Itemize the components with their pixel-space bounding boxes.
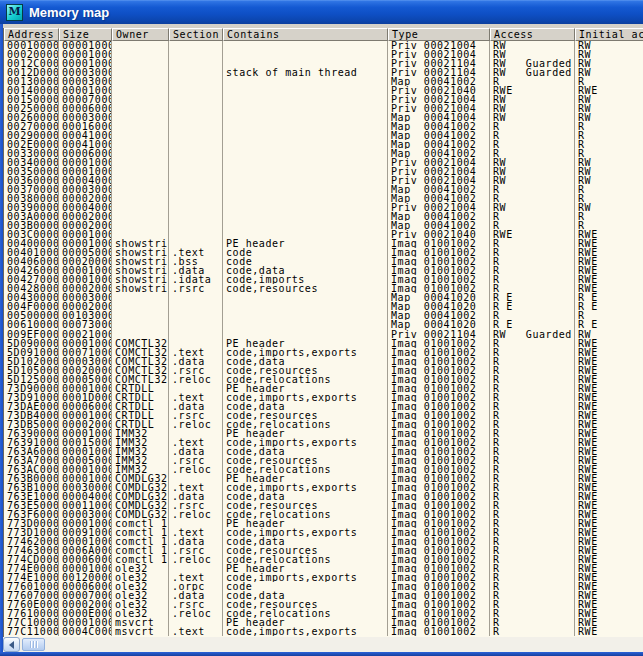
table-row[interactable]: 763E5000 00011000 COMDLG32 .rsrc code,re… xyxy=(4,501,643,510)
cell-access: R xyxy=(490,239,575,248)
table-row[interactable]: 004F0000 00002000 Map 00041020 R E R E xyxy=(4,302,643,311)
table-row[interactable]: 76390000 00001000 IMM32 PE header Imag 0… xyxy=(4,429,643,438)
table-row[interactable]: 00610000 00073000 Map 00041020 R E R E xyxy=(4,320,643,329)
cell-section xyxy=(169,339,223,348)
table-row[interactable]: 5D091000 00071000 COMCTL32 .text code,im… xyxy=(4,348,643,357)
table-row[interactable]: 763F6000 00003000 COMDLG32 .reloc code,r… xyxy=(4,510,643,519)
column-header-address[interactable]: Address xyxy=(4,28,59,41)
table-row[interactable]: 00020000 00001000 Priv 00021004 RW RW xyxy=(4,50,643,59)
cell-size: 00001000 xyxy=(59,537,112,546)
table-row[interactable]: 00380000 00002000 Map 00041002 R R xyxy=(4,194,643,203)
table-row[interactable]: 5D125000 00005000 COMCTL32 .reloc code,r… xyxy=(4,375,643,384)
cell-size: 00120000 xyxy=(59,573,112,582)
table-row[interactable]: 00426000 00001000 showstri .data code,da… xyxy=(4,266,643,275)
table-row[interactable]: 5D105000 00020000 COMCTL32 .rsrc code,re… xyxy=(4,366,643,375)
titlebar[interactable]: M Memory map xyxy=(0,0,643,24)
table-row[interactable]: 00010000 00001000 Priv 00021004 RW RW xyxy=(4,41,643,50)
table-row[interactable]: 77462000 00001000 comctl_1 .data code,da… xyxy=(4,537,643,546)
cell-type: Map 00041002 xyxy=(388,221,490,230)
table-row[interactable]: 73DB5000 00002000 CRTDLL .reloc code,rel… xyxy=(4,420,643,429)
table-row[interactable]: 774CD000 00006000 comctl_1 .reloc code,r… xyxy=(4,555,643,564)
table-row[interactable]: 773D1000 00091000 comctl_1 .text code,im… xyxy=(4,528,643,537)
table-row[interactable]: 76391000 00015000 IMM32 .text code,impor… xyxy=(4,438,643,447)
table-row[interactable]: 73DAE000 00006000 CRTDLL .data code,data… xyxy=(4,402,643,411)
scrollbar-thumb[interactable] xyxy=(22,638,45,651)
table-row[interactable]: 00290000 00041000 Map 00041002 R R xyxy=(4,131,643,140)
cell-initial-access: RWE xyxy=(575,609,643,618)
cell-address: 009EF000 xyxy=(4,330,59,339)
table-row[interactable]: 763B1000 00030000 COMDLG32 .text code,im… xyxy=(4,483,643,492)
table-row[interactable]: 00370000 00003000 Map 00041002 R R xyxy=(4,185,643,194)
table-row[interactable]: 00390000 00004000 Priv 00021004 RW RW xyxy=(4,203,643,212)
cell-address: 774CD000 xyxy=(4,555,59,564)
table-row[interactable]: 5D090000 00001000 COMCTL32 PE header Ima… xyxy=(4,339,643,348)
table-row[interactable]: 0012C000 00001000 Priv 00021104 RW Guard… xyxy=(4,59,643,68)
table-row[interactable]: 003B0000 00002000 Map 00041002 R R xyxy=(4,221,643,230)
table-row[interactable]: 00270000 00016000 Map 00041002 R R xyxy=(4,122,643,131)
cell-owner xyxy=(112,221,169,230)
cell-type: Imag 01001002 xyxy=(388,564,490,573)
table-row[interactable]: 009EF000 00021000 Priv 00021104 RW Guard… xyxy=(4,330,643,339)
table-row[interactable]: 00140000 00001000 Priv 00021040 RWE RWE xyxy=(4,86,643,95)
table-row[interactable]: 77C10000 00001000 msvcrt PE header Imag … xyxy=(4,618,643,627)
cell-initial-access: RWE xyxy=(575,348,643,357)
column-header-contains[interactable]: Contains xyxy=(223,28,388,41)
table-row[interactable]: 763A6000 00001000 IMM32 .data code,data … xyxy=(4,447,643,456)
table-row[interactable]: 763A7000 00005000 IMM32 .rsrc code,resou… xyxy=(4,456,643,465)
table-row[interactable]: 00260000 00003000 Map 00041004 RW RW xyxy=(4,113,643,122)
table-row[interactable]: 773D0000 00001000 comctl_1 PE header Ima… xyxy=(4,519,643,528)
table-row[interactable]: 00130000 00003000 Map 00041002 R R xyxy=(4,77,643,86)
table-row[interactable]: 73D90000 00001000 CRTDLL PE header Imag … xyxy=(4,384,643,393)
table-row[interactable]: 00406000 00020000 showstri .bss code Ima… xyxy=(4,257,643,266)
cell-section xyxy=(169,429,223,438)
table-row[interactable]: 00428000 00002000 showstri .rsrc code,re… xyxy=(4,284,643,293)
table-row[interactable]: 77601000 00006000 ole32 .orpc code Imag … xyxy=(4,582,643,591)
table-row[interactable]: 77610000 0000E000 ole32 .reloc code,relo… xyxy=(4,609,643,618)
scroll-left-button[interactable] xyxy=(3,637,20,652)
table-row[interactable]: 5D102000 00003000 COMCTL32 .data code,da… xyxy=(4,357,643,366)
cell-initial-access: RWE xyxy=(575,492,643,501)
table-row[interactable]: 003A0000 00002000 Map 00041002 R R xyxy=(4,212,643,221)
horizontal-scrollbar[interactable] xyxy=(3,637,643,652)
cell-section: .reloc xyxy=(169,465,223,474)
table-row[interactable]: 00430000 00003000 Map 00041020 R E R E xyxy=(4,293,643,302)
scrollbar-grip-icon xyxy=(30,641,38,648)
table-row[interactable]: 003C0000 00001000 Priv 00021040 RWE RWE xyxy=(4,230,643,239)
table-row[interactable]: 77607000 00007000 ole32 .data code,data … xyxy=(4,591,643,600)
cell-address: 003B0000 xyxy=(4,221,59,230)
table-row[interactable]: 00340000 00001000 Priv 00021004 RW RW xyxy=(4,158,643,167)
table-row[interactable]: 774E0000 00001000 ole32 PE header Imag 0… xyxy=(4,564,643,573)
table-row[interactable]: 00500000 00103000 Map 00041002 R R xyxy=(4,311,643,320)
table-row[interactable]: 77C11000 0004C000 msvcrt .text code,impo… xyxy=(4,627,643,636)
table-row[interactable]: 00330000 00006000 Map 00041002 R R xyxy=(4,149,643,158)
table-row[interactable]: 763AC000 00001000 IMM32 .reloc code,relo… xyxy=(4,465,643,474)
cell-type: Imag 01001002 xyxy=(388,456,490,465)
column-header-initial-access[interactable]: Initial acc xyxy=(575,28,643,41)
column-header-size[interactable]: Size xyxy=(59,28,112,41)
table-row[interactable]: 00150000 00007000 Priv 00021004 RW RW xyxy=(4,95,643,104)
table-row[interactable]: 774E1000 00120000 ole32 .text code,impor… xyxy=(4,573,643,582)
table-row[interactable]: 7760E000 00002000 ole32 .rsrc code,resou… xyxy=(4,600,643,609)
table-row[interactable]: 763B0000 00001000 COMDLG32 PE header Ima… xyxy=(4,474,643,483)
table-row[interactable]: 00350000 00001000 Priv 00021004 RW RW xyxy=(4,167,643,176)
column-header-type[interactable]: Type xyxy=(388,28,490,41)
table-row[interactable]: 77463000 0006A000 comctl_1 .rsrc code,re… xyxy=(4,546,643,555)
cell-initial-access: R xyxy=(575,212,643,221)
table-row[interactable]: 00250000 00006000 Priv 00021004 RW RW xyxy=(4,104,643,113)
table-row[interactable]: 73D91000 0001D000 CRTDLL .text code,impo… xyxy=(4,393,643,402)
table-row[interactable]: 00401000 00005000 showstri .text code Im… xyxy=(4,248,643,257)
column-header-access[interactable]: Access xyxy=(490,28,575,41)
cell-size: 00020000 xyxy=(59,257,112,266)
cell-contains: code,data xyxy=(223,266,388,275)
column-header-owner[interactable]: Owner xyxy=(112,28,169,41)
table-row[interactable]: 763E1000 00004000 COMDLG32 .data code,da… xyxy=(4,492,643,501)
table-row[interactable]: 0012D000 00003000 stack of main thread P… xyxy=(4,68,643,77)
column-header-section[interactable]: Section xyxy=(169,28,223,41)
table-row[interactable]: 73DB4000 00001000 CRTDLL .rsrc code,reso… xyxy=(4,411,643,420)
table-row[interactable]: 00360000 00004000 Priv 00021004 RW RW xyxy=(4,176,643,185)
table-row[interactable]: 00400000 00001000 showstri PE header Ima… xyxy=(4,239,643,248)
cell-type: Priv 00021004 xyxy=(388,167,490,176)
table-row[interactable]: 002E0000 00041000 Map 00041002 R R xyxy=(4,140,643,149)
cell-initial-access: RWE xyxy=(575,627,643,636)
table-row[interactable]: 00427000 00001000 showstri .idata code,i… xyxy=(4,275,643,284)
